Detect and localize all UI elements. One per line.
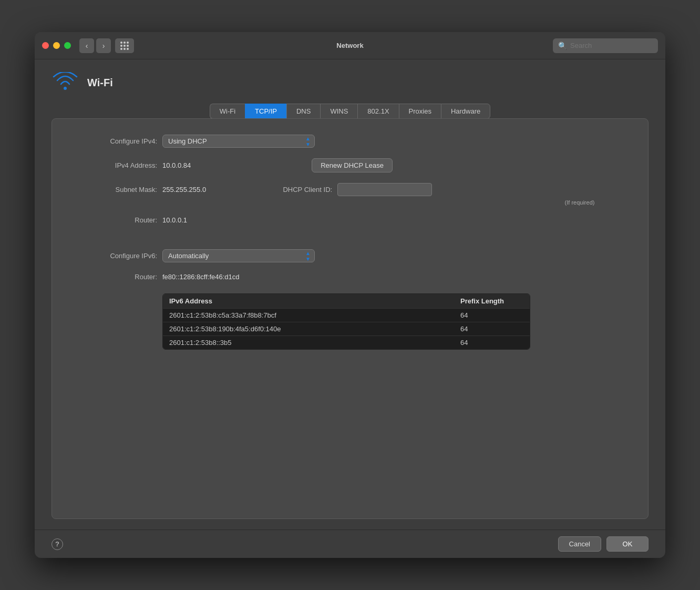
bottom-actions: Cancel OK (558, 536, 648, 552)
title-bar: ‹ › Network 🔍 (35, 32, 665, 59)
ok-button[interactable]: OK (606, 536, 648, 552)
minimize-button[interactable] (53, 42, 60, 49)
search-icon: 🔍 (558, 42, 567, 50)
content-area: Wi-Fi Wi-Fi TCP/IP DNS WINS 802.1X Proxi… (35, 59, 665, 530)
subnet-dhcp-row: Subnet Mask: 255.255.255.0 DHCP Client I… (73, 183, 627, 196)
wifi-icon (52, 72, 79, 93)
help-button[interactable]: ? (52, 538, 63, 550)
tab-tcpip[interactable]: TCP/IP (245, 104, 286, 119)
grid-icon (120, 42, 129, 50)
back-button[interactable]: ‹ (79, 38, 94, 53)
router-row: Router: 10.0.0.1 (73, 216, 627, 224)
configure-ipv6-label: Configure IPv6: (73, 252, 157, 260)
network-window: ‹ › Network 🔍 (35, 32, 665, 558)
configure-ipv6-row: Configure IPv6: Automatically ▲ ▼ (73, 249, 627, 262)
tcpip-panel: Configure IPv4: Using DHCP ▲ ▼ IPv4 Addr… (52, 118, 648, 519)
router-label: Router: (73, 216, 157, 224)
nav-buttons: ‹ › (79, 38, 134, 53)
ipv6-prefix-1: 64 (460, 311, 523, 319)
ipv6-prefix-col-header: Prefix Length (460, 297, 523, 305)
configure-ipv6-select-wrapper: Automatically ▲ ▼ (162, 249, 315, 262)
configure-ipv4-row: Configure IPv4: Using DHCP ▲ ▼ (73, 135, 627, 148)
bottom-bar: ? Cancel OK (35, 530, 665, 558)
page-title: Wi-Fi (87, 77, 113, 89)
close-button[interactable] (42, 42, 49, 49)
tab-wifi[interactable]: Wi-Fi (210, 104, 245, 119)
ipv6-addr-col-header: IPv6 Address (169, 297, 460, 305)
window-title: Network (336, 42, 363, 49)
ipv6-addr-3: 2601:c1:2:53b8::3b5 (169, 339, 460, 347)
table-row: 2601:c1:2:53b8:c5a:33a7:f8b8:7bcf 64 (163, 308, 530, 322)
configure-ipv6-select[interactable]: Automatically (162, 249, 315, 262)
svg-point-0 (64, 87, 67, 90)
configure-ipv4-select[interactable]: Using DHCP (162, 135, 315, 148)
tab-8021x[interactable]: 802.1X (357, 104, 398, 119)
ipv4-address-value: 10.0.0.84 (162, 161, 191, 169)
ipv6-router-label: Router: (73, 273, 157, 281)
ipv6-addr-1: 2601:c1:2:53b8:c5a:33a7:f8b8:7bcf (169, 311, 460, 319)
ipv6-prefix-3: 64 (460, 339, 523, 347)
tab-proxies[interactable]: Proxies (399, 104, 441, 119)
subnet-mask-label: Subnet Mask: (73, 186, 157, 194)
search-bar[interactable]: 🔍 (553, 38, 658, 53)
table-row: 2601:c1:2:53b8:190b:4fa5:d6f0:140e 64 (163, 322, 530, 335)
ipv6-addr-2: 2601:c1:2:53b8:190b:4fa5:d6f0:140e (169, 325, 460, 333)
ipv6-router-row: Router: fe80::1286:8cff:fe46:d1cd (73, 273, 627, 281)
tab-wins[interactable]: WINS (320, 104, 357, 119)
cancel-button[interactable]: Cancel (558, 536, 601, 552)
ipv6-address-table: IPv6 Address Prefix Length 2601:c1:2:53b… (162, 293, 530, 350)
dhcp-client-id-label: DHCP Client ID: (264, 186, 332, 194)
dhcp-client-id-input[interactable] (337, 183, 432, 196)
header-row: Wi-Fi (52, 72, 648, 93)
search-input[interactable] (570, 42, 653, 49)
subnet-mask-value: 255.255.255.0 (162, 186, 206, 194)
tab-dns[interactable]: DNS (286, 104, 320, 119)
tab-bar: Wi-Fi TCP/IP DNS WINS 802.1X Proxies Har… (52, 104, 648, 119)
zoom-button[interactable] (64, 42, 71, 49)
dhcp-hint: (If required) (532, 199, 627, 206)
ipv4-address-row: IPv4 Address: 10.0.0.84 Renew DHCP Lease (73, 158, 627, 172)
table-row: 2601:c1:2:53b8::3b5 64 (163, 335, 530, 349)
router-value: 10.0.0.1 (162, 216, 187, 224)
traffic-lights (42, 42, 71, 49)
ipv6-prefix-2: 64 (460, 325, 523, 333)
ipv6-router-value: fe80::1286:8cff:fe46:d1cd (162, 273, 240, 281)
renew-dhcp-button[interactable]: Renew DHCP Lease (312, 158, 393, 172)
configure-ipv4-select-wrapper: Using DHCP ▲ ▼ (162, 135, 315, 148)
ipv4-address-label: IPv4 Address: (73, 161, 157, 169)
tab-hardware[interactable]: Hardware (441, 104, 490, 119)
configure-ipv4-label: Configure IPv4: (73, 137, 157, 145)
forward-button[interactable]: › (96, 38, 111, 53)
ipv6-table-header: IPv6 Address Prefix Length (163, 294, 530, 308)
grid-button[interactable] (115, 38, 134, 53)
dhcp-hint-row: (If required) (73, 199, 627, 206)
